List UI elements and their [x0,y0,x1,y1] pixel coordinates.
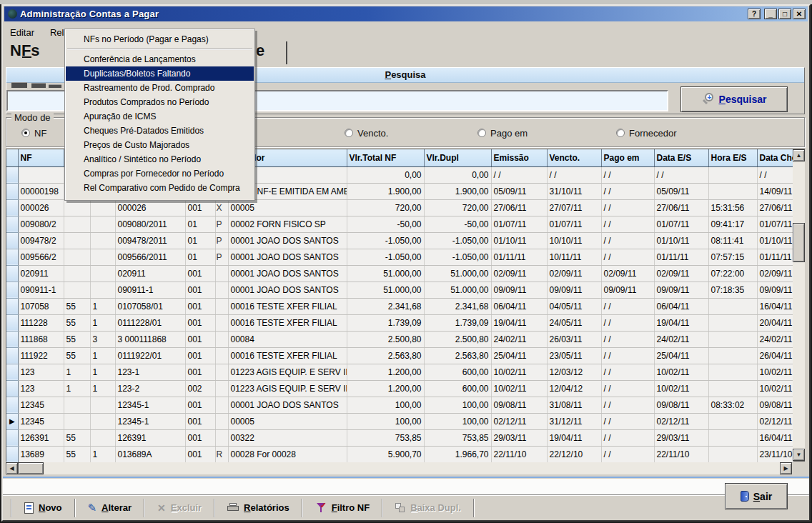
cell-vd[interactable]: 100,00 [424,413,491,429]
cell-nf[interactable]: 009478/2 [18,232,64,249]
cell-gutter[interactable] [6,446,18,462]
maximize-button[interactable]: □ [778,9,791,19]
cell-vt[interactable]: -50,00 [347,216,424,232]
cell-ve[interactable]: 10/10/11 [547,232,601,249]
cell-he[interactable] [708,446,757,462]
cell-vd[interactable]: -1.050,00 [424,249,491,265]
cell-nf[interactable]: 009080/2 [18,216,64,232]
cell-dc[interactable]: 20/04/11 [757,314,793,331]
menu-item[interactable]: Preços de Custo Majorados [66,138,254,152]
cell-b[interactable] [90,249,115,265]
cell-pg[interactable]: / / [601,249,654,265]
cell-vd[interactable]: 720,00 [424,199,491,216]
cell-dc[interactable]: 16/04/11 [757,298,793,314]
cell-vt[interactable]: 2.341,68 [347,298,424,314]
cell-loja[interactable]: 001 [185,265,215,282]
menu-item[interactable]: Produtos Comprados no Período [66,95,254,109]
column-header-hora-es[interactable]: Hora E/S [708,149,757,166]
cell-loja[interactable]: 001 [185,397,215,413]
cell-gutter[interactable] [6,232,18,249]
cell-b[interactable] [90,413,115,429]
cell-em[interactable]: 02/09/11 [491,265,547,282]
cell-nf[interactable]: 090911-1 [18,282,64,298]
cell-de[interactable]: 09/08/11 [654,397,708,413]
cell-dc[interactable]: 09/08/11 [757,397,793,413]
cell-a[interactable]: 55 [64,331,90,347]
cell-a[interactable]: 55 [64,298,90,314]
cell-gutter[interactable] [6,249,18,265]
menu-item[interactable]: NFs no Período (Pagar e Pagas) [66,32,254,46]
table-row[interactable]: 009478/2009478/201101P00001 JOAO DOS SAN… [6,232,793,249]
cell-forn[interactable]: 00016 TESTE XFER FILIAL [228,347,347,364]
cell-gutter[interactable] [6,265,18,282]
cell-vd[interactable]: 100,00 [424,397,491,413]
cell-forn[interactable]: 00028 For 00028 [228,446,347,462]
cell-pg[interactable]: / / [601,331,654,347]
cell-ve[interactable]: 23/05/11 [547,347,601,364]
menu-item[interactable]: Rastreamento de Prod. Comprado [66,81,254,95]
cell-loja[interactable]: 001 [185,199,215,216]
menu-editar[interactable]: Editar [10,27,34,38]
column-header-emissao[interactable]: Emissão [491,149,547,166]
cell-vt[interactable]: 753,85 [347,429,424,446]
minimize-button[interactable]: _ [764,9,777,19]
cell-de[interactable]: 29/03/11 [654,429,708,446]
cell-forn[interactable]: 00005 [228,199,347,216]
cell-ve[interactable]: 12/03/12 [547,364,601,380]
cell-nf[interactable]: 13689 [18,446,64,462]
cell-flag[interactable] [215,282,228,298]
cell-pg[interactable]: 02/09/11 [601,265,654,282]
menu-item[interactable]: Analítico / Sintético no Período [66,152,254,166]
cell-flag[interactable] [215,380,228,397]
help-button[interactable]: ? [748,9,761,19]
cell-de[interactable]: / / [654,166,708,183]
cell-dupl[interactable]: 013689A [115,446,185,462]
cell-de[interactable]: 22/11/10 [654,446,708,462]
cell-dc[interactable]: 24/02/11 [757,331,793,347]
cell-he[interactable]: 07:22:00 [708,265,757,282]
cell-loja[interactable]: 01 [185,249,215,265]
cell-he[interactable]: 09:41:17 [708,216,757,232]
cell-gutter[interactable] [6,314,18,331]
cell-gutter[interactable] [6,166,18,183]
cell-vt[interactable]: 51.000,00 [347,265,424,282]
cell-loja[interactable]: 001 [185,347,215,364]
scroll-right-button[interactable]: ▶ [780,462,792,474]
cell-dc[interactable]: 09/09/11 [757,282,793,298]
table-row[interactable]: 009566/2009566/201101P00001 JOAO DOS SAN… [6,249,793,265]
cell-dc[interactable]: 14/09/11 [757,183,793,199]
cell-he[interactable] [708,183,757,199]
cell-vt[interactable]: 51.000,00 [347,282,424,298]
cell-forn[interactable]: 00016 TESTE XFER FILIAL [228,298,347,314]
cell-forn[interactable]: 00001 JOAO DOS SANTOS [228,397,347,413]
pesquisar-button[interactable]: + Pesquisar [680,86,788,112]
cell-vd[interactable]: 1.966,70 [424,446,491,462]
cell-forn[interactable]: 00002 FORN FISICO SP [228,216,347,232]
cell-dc[interactable]: 01/07/11 [757,216,793,232]
cell-dupl[interactable]: 090911-1 [115,282,185,298]
cell-vt[interactable]: 100,00 [347,413,424,429]
cell-b[interactable] [90,429,115,446]
cell-pg[interactable]: / / [601,216,654,232]
cell-pg[interactable]: / / [601,232,654,249]
cell-gutter[interactable] [6,347,18,364]
cell-flag[interactable] [215,298,228,314]
cell-de[interactable]: 02/09/11 [654,265,708,282]
cell-vd[interactable]: 2.500,80 [424,331,491,347]
cell-he[interactable] [708,331,757,347]
cell-a[interactable] [64,232,90,249]
tab-partial[interactable]: e [256,41,264,60]
cell-a[interactable] [64,199,90,216]
cell-ve[interactable]: 04/05/11 [547,298,601,314]
cell-b[interactable]: 1 [90,446,115,462]
cell-nf[interactable]: 126391 [18,429,64,446]
scroll-down-button[interactable]: ▼ [793,449,805,461]
cell-loja[interactable]: 001 [185,314,215,331]
cell-pg[interactable]: / / [601,347,654,364]
menu-item[interactable]: Duplicatas/Boletos Faltando [66,66,254,81]
cell-forn[interactable]: 00001 JOAO DOS SANTOS [228,282,347,298]
cell-he[interactable] [708,364,757,380]
cell-loja[interactable]: 01 [185,232,215,249]
cell-vt[interactable]: 1.900,00 [347,183,424,199]
cell-nf[interactable]: 111228 [18,314,64,331]
